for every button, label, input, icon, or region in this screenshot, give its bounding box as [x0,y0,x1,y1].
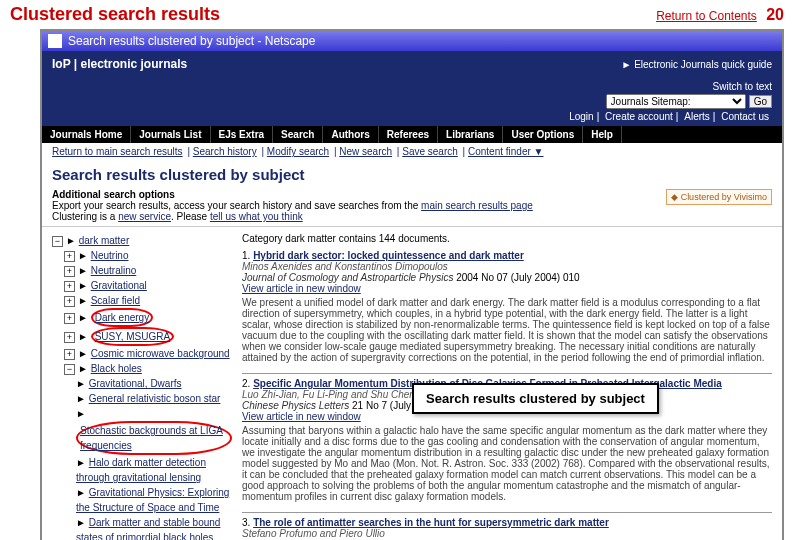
window-title: Search results clustered by subject - Ne… [68,34,315,48]
alerts-link[interactable]: Alerts [684,111,710,122]
result-item: 3. The role of antimatter searches in th… [242,517,772,540]
subnav-modify[interactable]: Modify search [267,146,329,157]
highlight-circle: Stochastic backgrounds at LIGA frequenci… [76,421,232,455]
result-authors: Stefano Profumo and Piero Ullio [242,528,385,539]
nav-librarians[interactable]: Librarians [438,126,503,143]
collapse-icon[interactable]: − [64,364,75,375]
tree-bh-2[interactable]: Stochastic backgrounds at LIGA frequenci… [80,425,223,451]
sitemap-select[interactable]: Journals Sitemap: [606,94,746,109]
result-item: 1. Hybrid dark sector: locked quintessen… [242,250,772,363]
search-options: Additional search options Export your se… [42,189,782,227]
quick-guide-link[interactable]: ► Electronic Journals quick guide [621,59,772,70]
login-link[interactable]: Login [569,111,593,122]
page-number: 20 [766,6,784,23]
tree-scalar[interactable]: Scalar field [91,295,140,306]
nav-search[interactable]: Search [273,126,323,143]
subnav-new[interactable]: New search [339,146,392,157]
result-title[interactable]: The role of antimatter searches in the h… [253,517,609,528]
subnav-save[interactable]: Save search [402,146,458,157]
site-banner: IoP | electronic journals ► Electronic J… [42,51,782,77]
account-links: Login| Create account| Alerts| Contact u… [566,111,772,122]
return-to-contents-link[interactable]: Return to Contents [656,9,757,23]
nav-journals-home[interactable]: Journals Home [42,126,131,143]
result-journal: Chinese Physics Letters [242,400,349,411]
result-title[interactable]: Hybrid dark sector: locked quintessence … [253,250,524,261]
netscape-icon [48,34,62,48]
tree-root[interactable]: dark matter [79,235,130,246]
main-nav: Journals Home Journals List EJs Extra Se… [42,126,782,143]
sub-nav: Return to main search results | Search h… [42,143,782,160]
nav-journals-list[interactable]: Journals List [131,126,210,143]
switch-text-link[interactable]: Switch to text [713,81,772,92]
highlight-circle: Dark energy [91,308,153,327]
result-abstract: We present a unified model of dark matte… [242,297,772,363]
tree-bh-4[interactable]: Gravitational Physics: Exploring the Str… [76,487,229,513]
window-titlebar: Search results clustered by subject - Ne… [42,31,782,51]
tree-bh-0[interactable]: Gravitational, Dwarfs [89,378,182,389]
highlight-circle: SUSY, MSUGRA [91,327,174,346]
subnav-content-finder[interactable]: Content finder ▼ [468,146,544,157]
feedback-link[interactable]: tell us what you think [210,211,303,222]
expand-icon[interactable]: + [64,332,75,343]
category-heading: Category dark matter contains 144 docume… [242,233,772,244]
tree-cmb[interactable]: Cosmic microwave background [91,348,230,359]
view-article-link[interactable]: View article in new window [242,411,361,422]
result-authors: Minos Axenides and Konstantinos Dimopoul… [242,261,448,272]
subnav-history[interactable]: Search history [193,146,257,157]
tree-black-holes[interactable]: Black holes [91,363,142,374]
result-citation: 2004 No 07 (July 2004) 010 [456,272,579,283]
tree-dark-energy[interactable]: Dark energy [95,312,149,323]
expand-icon[interactable]: + [64,266,75,277]
new-service-link[interactable]: new service [118,211,171,222]
options-heading: Additional search options [52,189,175,200]
nav-user-options[interactable]: User Options [503,126,583,143]
contact-link[interactable]: Contact us [721,111,769,122]
slide-title: Clustered search results [10,4,220,25]
browser-window: Search results clustered by subject - Ne… [40,29,784,540]
expand-icon[interactable]: + [64,281,75,292]
top-ribbon: Switch to text Journals Sitemap: Go Logi… [42,77,782,126]
nav-referees[interactable]: Referees [378,126,437,143]
expand-icon[interactable]: + [64,251,75,262]
tree-gravitational[interactable]: Gravitational [91,280,147,291]
result-abstract: Assuming that baryons within a galactic … [242,425,772,502]
collapse-icon[interactable]: − [52,236,63,247]
site-logo[interactable]: IoP | electronic journals [52,57,187,71]
nav-authors[interactable]: Authors [323,126,378,143]
tree-bh-5[interactable]: Dark matter and stable bound states of p… [76,517,220,540]
main-results-link[interactable]: main search results page [421,200,533,211]
expand-icon[interactable]: + [64,313,75,324]
expand-icon[interactable]: + [64,296,75,307]
callout-label: Search results clustered by subject [412,383,659,414]
go-button[interactable]: Go [749,95,772,108]
results-panel: Category dark matter contains 144 docume… [242,233,772,540]
tree-bh-1[interactable]: General relativistic boson star [89,393,221,404]
page-title: Search results clustered by subject [42,160,782,189]
tree-bh-3[interactable]: Halo dark matter detection through gravi… [76,457,206,483]
cluster-tree: −► dark matter +► Neutrino +► Neutralino… [52,233,232,540]
subnav-return[interactable]: Return to main search results [52,146,183,157]
view-article-link[interactable]: View article in new window [242,283,361,294]
tree-neutralino[interactable]: Neutralino [91,265,137,276]
create-account-link[interactable]: Create account [605,111,673,122]
vivisimo-badge[interactable]: ◆ Clustered by Vivisimo [666,189,772,205]
tree-susy[interactable]: SUSY, MSUGRA [95,331,170,342]
tree-neutrino[interactable]: Neutrino [91,250,129,261]
expand-icon[interactable]: + [64,349,75,360]
nav-ejs-extra[interactable]: EJs Extra [210,126,273,143]
result-journal: Journal of Cosmology and Astroparticle P… [242,272,453,283]
nav-help[interactable]: Help [583,126,622,143]
